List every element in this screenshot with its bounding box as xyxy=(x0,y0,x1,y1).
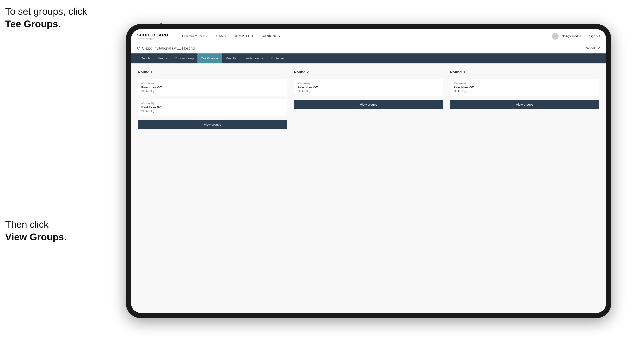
round-2-course-a-name: Peachtree GC xyxy=(298,86,440,89)
round-1-column: Round 1 (Course A) Peachtree GC Stroke P… xyxy=(138,70,287,129)
nav-committee[interactable]: COMMITTEE xyxy=(234,34,254,38)
instruction-tee-groups-bold: Tee Groups xyxy=(5,18,58,29)
round-1-title: Round 1 xyxy=(138,70,287,74)
round-3-course-a-type: Stroke Play xyxy=(454,90,596,93)
logo-area: SCOREBOARD Powered by clippit xyxy=(137,33,168,40)
round-3-course-a-name: Peachtree GC xyxy=(454,86,596,89)
instruction-view-groups-bold: View Groups xyxy=(5,231,64,242)
round-1-course-a-name: Peachtree GC xyxy=(141,86,284,89)
round-3-view-groups-button[interactable]: View groups xyxy=(450,100,599,109)
logo: SCOREBOARD xyxy=(137,33,168,37)
top-nav: SCOREBOARD Powered by clippit TOURNAMENT… xyxy=(131,29,606,43)
round-1-course-b-name: East Lake GC xyxy=(141,106,284,109)
cancel-x-icon: ✕ xyxy=(597,46,600,50)
round-1-course-b-label: (Course B) xyxy=(141,102,284,105)
tab-tee-groups[interactable]: Tee Groups xyxy=(198,53,222,63)
tab-leaderboards[interactable]: Leaderboards xyxy=(240,53,267,63)
instruction-bottom-period: . xyxy=(64,231,66,242)
tablet-screen: SCOREBOARD Powered by clippit TOURNAMENT… xyxy=(131,29,606,313)
round-2-course-a-card: (Course A) Peachtree GC Stroke Play xyxy=(294,79,444,96)
round-3-column: Round 3 (Course A) Peachtree GC Stroke P… xyxy=(450,70,599,129)
round-1-course-a-card: (Course A) Peachtree GC Stroke Play xyxy=(138,79,287,96)
nav-right: blair@clippd.io | Sign out xyxy=(552,33,600,40)
round-1-course-b-card: (Course B) East Lake GC Stroke Play xyxy=(138,99,287,116)
logo-text: COREBOARD xyxy=(140,33,168,37)
nav-items: TOURNAMENTS TEAMS COMMITTEE RANKINGS xyxy=(180,34,543,38)
tab-teams[interactable]: Teams xyxy=(154,53,171,63)
tournament-c-logo: C xyxy=(137,46,140,51)
round-2-title: Round 2 xyxy=(294,70,444,74)
round-3-course-a-card: (Course A) Peachtree GC Stroke Play xyxy=(450,79,599,96)
user-avatar xyxy=(552,33,558,40)
logo-c-letter: S xyxy=(137,33,140,37)
sign-out-link[interactable]: Sign out xyxy=(589,35,600,38)
nav-teams[interactable]: TEAMS xyxy=(214,34,226,38)
tournament-title: C Clippd Invitational (My... Hosting xyxy=(137,46,195,51)
round-2-column: Round 2 (Course A) Peachtree GC Stroke P… xyxy=(294,70,444,129)
round-3-course-a-label: (Course A) xyxy=(454,82,596,85)
main-content: Round 1 (Course A) Peachtree GC Stroke P… xyxy=(131,63,606,313)
tab-printables[interactable]: Printables xyxy=(267,53,288,63)
instruction-top-line1: To set groups, click xyxy=(5,6,87,17)
user-email: blair@clippd.io xyxy=(562,35,581,38)
instruction-bottom: Then click View Groups. xyxy=(5,218,66,243)
instruction-top: To set groups, click Tee Groups. xyxy=(5,5,87,30)
tablet-device: SCOREBOARD Powered by clippit TOURNAMENT… xyxy=(126,24,611,318)
round-2-course-a-label: (Course A) xyxy=(298,82,440,85)
tab-bar: Details Teams Course Setup Tee Groups Re… xyxy=(131,53,606,63)
instruction-top-period: . xyxy=(58,18,60,29)
cancel-label: Cancel xyxy=(584,46,595,50)
round-2-view-groups-button[interactable]: View groups xyxy=(294,100,444,109)
round-1-view-groups-button[interactable]: View groups xyxy=(138,120,287,129)
round-3-title: Round 3 xyxy=(450,70,599,74)
cancel-button[interactable]: Cancel ✕ xyxy=(584,46,600,50)
round-1-course-a-type: Stroke Play xyxy=(141,90,284,93)
tab-course-setup[interactable]: Course Setup xyxy=(171,53,198,63)
round-1-course-a-label: (Course A) xyxy=(141,82,284,85)
logo-subtitle: Powered by clippit xyxy=(137,37,154,40)
instruction-bottom-line1: Then click xyxy=(5,219,48,230)
nav-tournaments[interactable]: TOURNAMENTS xyxy=(180,34,207,38)
round-2-course-a-type: Stroke Play xyxy=(298,90,440,93)
round-1-course-b-type: Stroke Play xyxy=(141,110,284,113)
rounds-grid: Round 1 (Course A) Peachtree GC Stroke P… xyxy=(138,70,599,129)
nav-rankings[interactable]: RANKINGS xyxy=(262,34,280,38)
tab-results[interactable]: Results xyxy=(222,53,240,63)
tournament-name: Clippd Invitational (My... Hosting xyxy=(142,46,195,50)
tab-details[interactable]: Details xyxy=(137,53,154,63)
sub-header: C Clippd Invitational (My... Hosting Can… xyxy=(131,43,606,53)
